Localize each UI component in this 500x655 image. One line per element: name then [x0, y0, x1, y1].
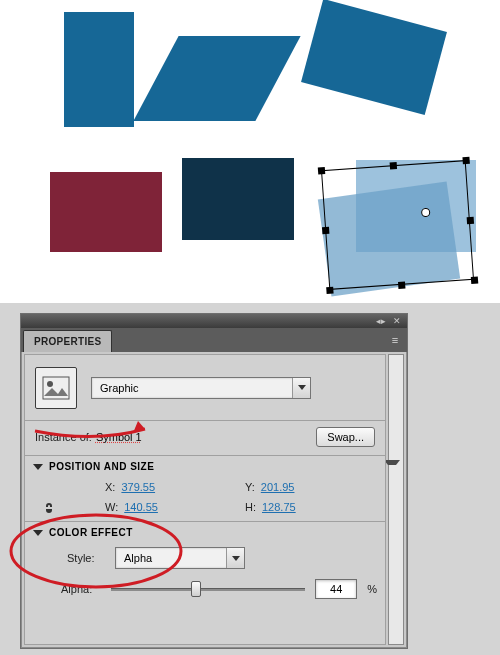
section-title: POSITION AND SIZE [49, 461, 154, 472]
dock-icon[interactable]: ◂▸ [373, 315, 389, 327]
style-value: Alpha [116, 552, 226, 564]
swap-button[interactable]: Swap... [316, 427, 375, 447]
close-icon[interactable]: ✕ [389, 315, 405, 327]
panel-vscrollbar[interactable] [388, 354, 404, 645]
style-row: Style: Alpha [25, 543, 385, 573]
chevron-down-icon [33, 464, 43, 470]
y-label: Y: [245, 481, 255, 493]
section-header-position-size[interactable]: POSITION AND SIZE [25, 456, 385, 477]
alpha-slider[interactable] [111, 581, 305, 597]
properties-panel: ◂▸ ✕ PROPERTIES ≡ [20, 313, 408, 649]
shape-rect [50, 172, 162, 252]
instance-type-value: Graphic [92, 382, 292, 394]
chevron-down-icon [292, 378, 310, 398]
instance-of-label: Instance of: [35, 431, 92, 443]
alpha-label: Alpha: [61, 583, 101, 595]
w-value[interactable]: 140.55 [124, 501, 158, 513]
h-label: H: [245, 501, 256, 513]
panel-stage: ◂▸ ✕ PROPERTIES ≡ [0, 303, 500, 655]
lock-aspect-icon[interactable] [40, 501, 58, 515]
panel-tabbar: PROPERTIES ≡ [21, 328, 407, 352]
tab-properties[interactable]: PROPERTIES [23, 330, 112, 352]
symbol-thumbnail [35, 367, 77, 409]
instance-type-row: Graphic [25, 355, 385, 421]
chevron-down-icon [33, 530, 43, 536]
x-label: X: [105, 481, 115, 493]
w-label: W: [105, 501, 118, 513]
h-value[interactable]: 128.75 [262, 501, 296, 513]
xy-row: X: 379.55 Y: 201.95 [25, 477, 385, 497]
canvas-stage [0, 0, 500, 303]
instance-name: Symbol 1 [96, 431, 142, 443]
y-value[interactable]: 201.95 [261, 481, 295, 493]
svg-point-1 [47, 381, 53, 387]
wh-row: W: 140.55 H: 128.75 [25, 497, 385, 517]
alpha-row: Alpha: % [25, 573, 385, 605]
instance-type-select[interactable]: Graphic [91, 377, 311, 399]
chevron-down-icon [226, 548, 244, 568]
section-header-color-effect[interactable]: COLOR EFFECT [25, 522, 385, 543]
shape-rect [182, 158, 294, 240]
percent-label: % [367, 583, 377, 595]
image-placeholder-icon [42, 376, 70, 400]
instance-of-row: Instance of: Symbol 1 Swap... [25, 421, 385, 456]
panel-body: Graphic Instance of: Symbol 1 Swap... PO… [21, 352, 407, 648]
selected-symbol-instance[interactable] [326, 166, 466, 294]
panel-menu-icon[interactable]: ≡ [387, 332, 403, 348]
shape-rect [64, 12, 134, 127]
style-label: Style: [67, 552, 107, 564]
shape-rect [133, 36, 300, 121]
color-effect-style-select[interactable]: Alpha [115, 547, 245, 569]
panel-window-controls: ◂▸ ✕ [21, 314, 407, 328]
shape-rect [301, 0, 447, 115]
alpha-input[interactable] [315, 579, 357, 599]
x-value[interactable]: 379.55 [121, 481, 155, 493]
section-title: COLOR EFFECT [49, 527, 133, 538]
